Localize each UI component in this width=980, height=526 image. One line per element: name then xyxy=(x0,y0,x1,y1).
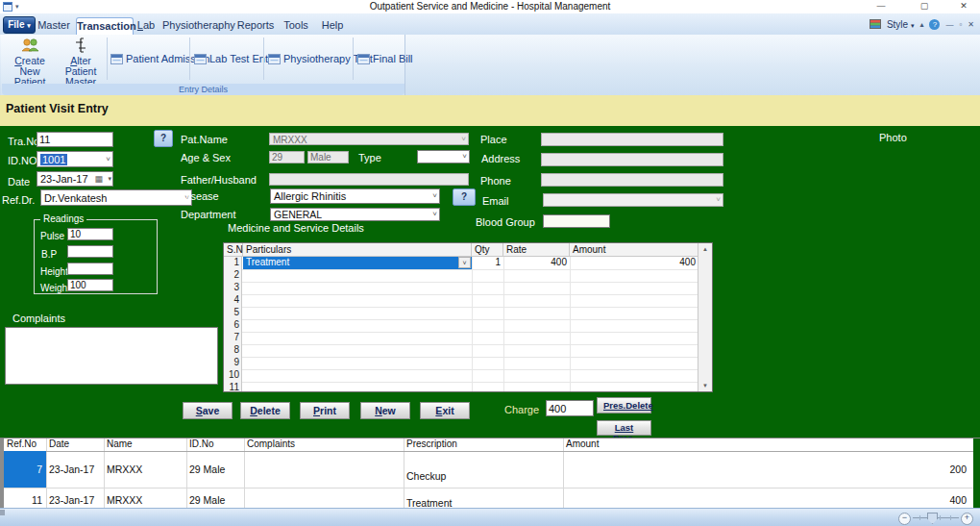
mdi-restore-icon[interactable]: ▫ xyxy=(959,20,962,29)
date-dropdown-icon[interactable]: ▾ xyxy=(108,175,111,183)
refno-cell[interactable]: 11 xyxy=(4,494,42,506)
pat-name-combo: MRXXX ˅ xyxy=(269,133,469,145)
prescription-cell[interactable]: Checkup xyxy=(406,470,446,482)
tab-master[interactable]: Master xyxy=(35,17,73,34)
file-menu-label: File xyxy=(8,19,24,30)
date-cell[interactable]: 23-Jan-17 xyxy=(49,494,94,506)
blood-group-input[interactable] xyxy=(543,214,610,228)
pulse-input[interactable] xyxy=(67,228,113,240)
window-close-button[interactable]: ✕ xyxy=(951,0,976,13)
id-no-combo[interactable]: 1001 ˅ xyxy=(37,151,113,167)
grid-row[interactable]: 11 xyxy=(224,382,698,392)
scroll-down-icon[interactable]: ▼ xyxy=(698,383,712,388)
idno-cell[interactable]: 29 Male xyxy=(189,463,225,475)
ref-dr-combo[interactable]: Dr.Venkatesh ˅ xyxy=(40,189,192,206)
grid-row[interactable]: 2 xyxy=(224,269,698,283)
type-dropdown-icon[interactable]: ˅ xyxy=(462,152,467,161)
name-cell[interactable]: MRXXX xyxy=(107,494,142,506)
pres-delete-button[interactable]: Pres.Delete xyxy=(597,397,651,413)
disease-label: Disease xyxy=(181,190,219,202)
id-no-dropdown-icon[interactable]: ˅ xyxy=(106,155,110,163)
ribbon-help-icon[interactable]: ? xyxy=(929,19,940,30)
grid-row[interactable]: 4 xyxy=(224,294,698,308)
type-combo[interactable]: ˅ xyxy=(417,150,470,163)
grid-row[interactable]: 5 xyxy=(224,307,698,320)
scroll-up-icon[interactable]: ▲ xyxy=(698,246,712,252)
amount-cell[interactable]: 400 xyxy=(570,257,696,269)
grid-row[interactable]: 9 xyxy=(224,357,698,370)
weight-input[interactable] xyxy=(67,279,113,291)
particulars-dropdown-icon[interactable]: ˅ xyxy=(458,257,471,268)
qty-cell[interactable]: 1 xyxy=(472,257,501,269)
window-maximize-button[interactable]: ▢ xyxy=(912,0,937,13)
charge-input[interactable] xyxy=(546,400,594,416)
tab-physiotheraphy[interactable]: Physiotheraphy xyxy=(162,17,234,34)
grid-row[interactable]: 3 xyxy=(224,282,698,295)
disease-dropdown-icon[interactable]: ˅ xyxy=(432,191,437,200)
create-new-patient-button[interactable]: Create New Patient xyxy=(5,37,55,83)
delete-button[interactable]: Delete xyxy=(240,402,290,419)
disease-help-button[interactable]: ? xyxy=(453,188,476,206)
disease-combo[interactable]: Allergic Rhinitis ˅ xyxy=(270,188,440,204)
grid-header-qty: Qty xyxy=(472,243,503,257)
tab-help[interactable]: Help xyxy=(317,17,348,34)
name-cell[interactable]: MRXXX xyxy=(107,463,142,475)
department-dropdown-icon[interactable]: ˅ xyxy=(432,210,437,218)
tra-no-input[interactable] xyxy=(37,132,113,147)
height-label: Height xyxy=(40,266,68,277)
mdi-close-icon[interactable]: ✕ xyxy=(968,20,974,29)
tab-lab[interactable]: Lab xyxy=(134,17,159,34)
idno-cell[interactable]: 29 Male xyxy=(189,494,225,506)
grid-row-selected[interactable]: 1 Treatment ˅ 1 400 400 xyxy=(224,257,698,270)
particulars-cell[interactable]: Treatment xyxy=(243,257,472,269)
refno-cell: 7 xyxy=(37,463,42,475)
grid-row-number: 7 xyxy=(224,332,242,344)
zoom-slider-handle[interactable] xyxy=(927,513,938,524)
last-pres-button[interactable]: Last Pres. xyxy=(597,420,651,436)
amount-cell[interactable]: 200 xyxy=(769,463,967,475)
tab-transaction[interactable]: Transaction xyxy=(76,17,134,35)
rate-cell[interactable]: 400 xyxy=(503,257,567,269)
help-button[interactable]: ? xyxy=(154,130,173,147)
bp-label: B.P xyxy=(41,249,57,260)
tab-reports[interactable]: Reports xyxy=(236,17,275,34)
tab-tools[interactable]: Tools xyxy=(279,17,313,34)
height-input[interactable] xyxy=(67,263,113,275)
grid-row[interactable]: 7 xyxy=(224,332,698,345)
department-combo[interactable]: GENERAL ˅ xyxy=(270,208,440,221)
sex-input xyxy=(307,151,349,163)
final-bill-label: Final Bill xyxy=(373,53,413,64)
ref-dr-label: Ref.Dr. xyxy=(2,194,35,206)
window-minimize-button[interactable]: — xyxy=(869,0,894,13)
final-bill-button[interactable]: Final Bill xyxy=(357,48,413,69)
grid-row[interactable]: 6 xyxy=(224,319,698,333)
grid-row[interactable]: 8 xyxy=(224,344,698,358)
calendar-icon: ▦ xyxy=(94,174,103,184)
style-picker-icon xyxy=(870,19,881,29)
selected-cell[interactable]: 7 xyxy=(4,451,46,488)
exit-button[interactable]: Exit xyxy=(420,402,470,419)
file-menu-button[interactable]: File ▾ xyxy=(3,16,36,34)
grid-row-number: 6 xyxy=(224,319,242,332)
zoom-in-button[interactable]: + xyxy=(961,513,973,525)
style-picker[interactable]: Style ▾ xyxy=(887,19,915,30)
zoom-out-button[interactable]: − xyxy=(898,513,911,525)
bp-input[interactable] xyxy=(67,245,113,258)
ribbon-collapse-icon[interactable]: ▴ xyxy=(919,20,923,29)
print-button[interactable]: Print xyxy=(300,402,350,419)
email-combo[interactable]: ˅ xyxy=(543,193,723,207)
amount-cell[interactable]: 400 xyxy=(769,494,967,506)
complaints-textarea[interactable] xyxy=(5,327,218,385)
style-label: Style xyxy=(887,19,908,30)
grid-scrollbar[interactable]: ▲ ▼ xyxy=(698,243,712,391)
mdi-minimize-icon[interactable]: — xyxy=(945,20,953,29)
grid-row[interactable]: 10 xyxy=(224,369,698,383)
email-dropdown-icon[interactable]: ˅ xyxy=(716,195,721,204)
alter-patient-master-button[interactable]: Alter Patient Master xyxy=(57,37,105,83)
save-button[interactable]: Save xyxy=(183,402,233,419)
date-cell[interactable]: 23-Jan-17 xyxy=(49,463,94,475)
grid-row-number: 4 xyxy=(224,294,242,307)
lab-test-entry-button[interactable]: Lab Test Entry xyxy=(194,48,277,69)
new-button[interactable]: New xyxy=(360,402,410,419)
date-picker[interactable]: 23-Jan-17 ▦ ▾ xyxy=(37,171,113,187)
